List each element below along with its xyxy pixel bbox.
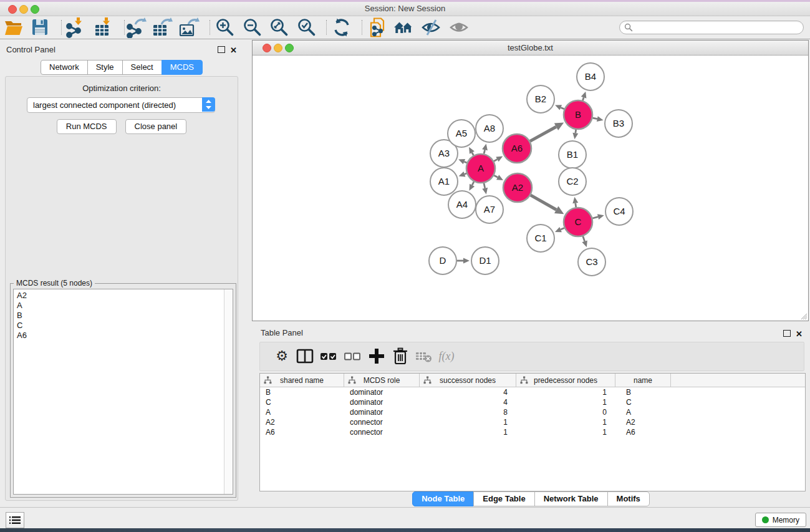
duplicate-network-icon[interactable] (366, 17, 388, 37)
network-edge-A2-C[interactable] (531, 195, 564, 214)
network-canvas[interactable]: AA1A2A3A4A5A6A7A8BB1B2B3B4CC1C2C3C4DD1 (253, 56, 808, 321)
result-list-item[interactable]: A (14, 301, 224, 311)
create-column-icon[interactable] (366, 346, 387, 367)
result-list-item[interactable]: B (14, 311, 224, 321)
export-network-icon[interactable] (125, 17, 147, 37)
network-edge-A6-B[interactable] (530, 123, 564, 142)
network-edge-B-B4[interactable] (581, 92, 587, 100)
network-node-B1[interactable]: B1 (559, 141, 586, 168)
network-node-A6[interactable]: A6 (503, 134, 531, 163)
result-list-item[interactable]: A2 (14, 291, 224, 301)
network-overview-icon[interactable] (392, 17, 415, 37)
tab-node-table[interactable]: Node Table (412, 491, 474, 506)
network-node-B3[interactable]: B3 (605, 110, 632, 137)
column-header-successor-nodes[interactable]: successor nodes (420, 374, 516, 387)
network-node-B[interactable]: B (564, 100, 592, 129)
cell-name: A2 (615, 417, 671, 427)
import-table-icon[interactable] (92, 17, 114, 37)
close-panel-icon[interactable]: ✕ (230, 44, 237, 56)
tab-network-table[interactable]: Network Table (534, 491, 608, 506)
network-edge-B-B2[interactable] (555, 105, 564, 110)
column-header-name[interactable]: name (615, 374, 671, 387)
network-node-A2[interactable]: A2 (503, 173, 532, 202)
table-row-A2[interactable]: A2connector11A2 (260, 417, 805, 427)
zoom-out-icon[interactable] (241, 17, 264, 37)
network-node-A[interactable]: A (466, 154, 495, 183)
zoom-in-icon[interactable] (214, 17, 236, 37)
network-edge-A-A2[interactable] (494, 175, 503, 180)
result-list-scrollbar[interactable] (224, 289, 233, 494)
network-edge-A-A1[interactable] (459, 172, 467, 177)
zoom-fit-icon[interactable] (268, 17, 291, 37)
run-mcds-button[interactable]: Run MCDS (57, 119, 117, 134)
tab-mcds[interactable]: MCDS (162, 60, 203, 75)
column-header-predecessor-nodes[interactable]: predecessor nodes (516, 374, 615, 387)
search-box[interactable] (619, 21, 804, 34)
export-table-icon[interactable] (151, 17, 173, 37)
open-session-icon[interactable] (2, 17, 25, 37)
import-network-icon[interactable] (64, 17, 86, 37)
save-session-icon[interactable] (29, 17, 51, 37)
network-node-A4[interactable]: A4 (448, 191, 476, 218)
table-row-C[interactable]: Cdominator41C (260, 397, 805, 407)
network-node-C4[interactable]: C4 (605, 198, 633, 225)
show-details-icon[interactable] (448, 17, 470, 37)
tab-select[interactable]: Select (122, 60, 162, 75)
network-edge-C-C3[interactable] (582, 236, 587, 248)
table-row-A6[interactable]: A6connector11A6 (260, 427, 805, 437)
column-header-MCDS-role[interactable]: MCDS role (344, 374, 420, 387)
network-node-D1[interactable]: D1 (471, 247, 499, 274)
column-header-shared-name[interactable]: shared name (260, 374, 344, 387)
network-node-C3[interactable]: C3 (578, 248, 605, 276)
network-node-A1[interactable]: A1 (430, 168, 458, 195)
network-edge-A-A4[interactable] (469, 181, 475, 190)
network-edge-A-A7[interactable] (482, 183, 488, 194)
network-node-C[interactable]: C (564, 208, 592, 236)
select-all-columns-icon[interactable] (318, 346, 339, 367)
table-float-panel-icon[interactable] (783, 328, 791, 339)
unselect-all-columns-icon[interactable] (342, 346, 363, 367)
search-input[interactable] (635, 22, 798, 33)
network-edge-A-A3[interactable] (458, 159, 467, 164)
network-node-A8[interactable]: A8 (476, 115, 503, 142)
table-row-B[interactable]: Bdominator41B (260, 387, 805, 397)
network-edge-B-B1[interactable] (572, 130, 578, 139)
memory-button[interactable]: Memory (755, 513, 806, 527)
tab-style[interactable]: Style (87, 60, 123, 75)
network-node-D[interactable]: D (429, 247, 456, 274)
result-list-item[interactable]: A6 (14, 331, 224, 341)
network-node-A5[interactable]: A5 (448, 120, 475, 147)
refresh-layout-icon[interactable] (330, 17, 353, 37)
network-edge-A-A8[interactable] (482, 143, 488, 153)
network-edge-A-A5[interactable] (469, 147, 475, 155)
network-node-A7[interactable]: A7 (476, 196, 503, 223)
float-panel-icon[interactable] (218, 44, 225, 56)
table-close-panel-icon[interactable]: ✕ (796, 328, 803, 339)
table-row-A[interactable]: Adominator80A (260, 407, 805, 417)
network-edge-C-C2[interactable] (572, 197, 578, 207)
tab-motifs[interactable]: Motifs (607, 491, 650, 506)
network-edge-B-B3[interactable] (592, 116, 603, 122)
export-image-icon[interactable] (178, 17, 200, 37)
network-edge-A-A6[interactable] (494, 157, 503, 162)
network-edge-D-D1[interactable] (457, 258, 470, 264)
network-edge-C-C1[interactable] (555, 227, 564, 232)
hide-details-icon[interactable] (420, 17, 442, 37)
show-panels-button[interactable] (6, 512, 24, 528)
network-edge-C-C4[interactable] (592, 214, 604, 220)
close-panel-button[interactable]: Close panel (125, 119, 187, 134)
resize-grip[interactable] (799, 311, 808, 320)
show-column-icon[interactable] (294, 346, 316, 367)
tab-network[interactable]: Network (41, 60, 88, 75)
result-list-item[interactable]: C (14, 321, 224, 331)
network-node-C2[interactable]: C2 (559, 168, 586, 195)
delete-column-icon[interactable] (390, 346, 411, 367)
network-node-B4[interactable]: B4 (577, 63, 604, 90)
zoom-selected-icon[interactable] (296, 17, 318, 37)
table-mode-gear-icon[interactable]: ⚙ (271, 346, 292, 367)
network-node-C1[interactable]: C1 (527, 225, 554, 252)
tab-edge-table[interactable]: Edge Table (473, 491, 534, 506)
criterion-select[interactable]: largest connected component (directed) (27, 97, 215, 113)
table-panel: Table Panel ✕ ⚙f(x) shared nameMCDS role… (252, 324, 810, 507)
network-node-B2[interactable]: B2 (527, 85, 554, 113)
